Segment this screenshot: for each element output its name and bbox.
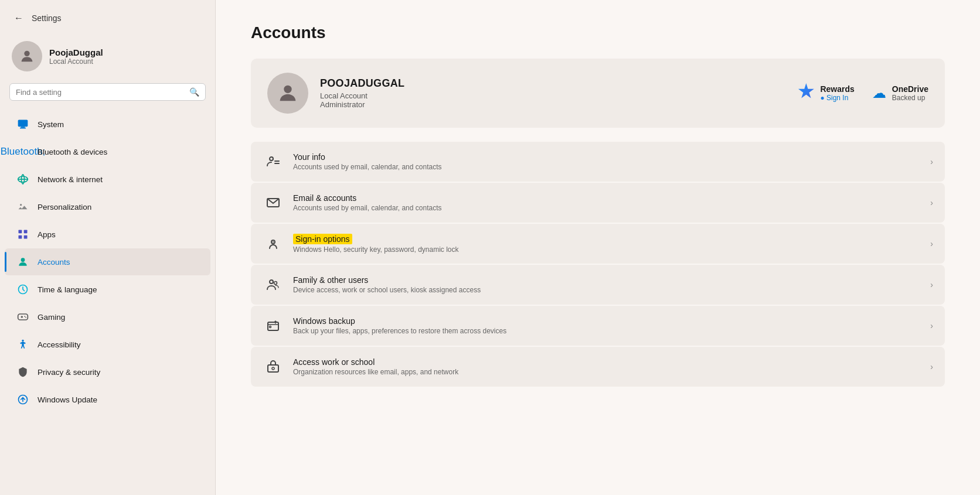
user-info: PoojaDuggal Local Account	[49, 47, 103, 66]
sidebar-item-accounts[interactable]: Accounts	[5, 248, 210, 275]
sidebar-item-label: Network & internet	[38, 175, 103, 184]
rewards-name: Rewards	[820, 84, 854, 94]
search-box[interactable]: 🔍	[9, 83, 206, 101]
family-content: Family & other users Device access, work…	[293, 275, 921, 294]
sidebar-item-label: Windows Update	[38, 395, 97, 404]
sidebar-item-label: Accounts	[38, 258, 70, 267]
sidebar-item-label: Accessibility	[38, 340, 81, 349]
account-name: POOJADUGGAL	[320, 77, 786, 90]
sidebar-item-gaming[interactable]: Gaming	[5, 303, 210, 330]
email-icon	[263, 192, 284, 213]
account-type-label: Local Account	[320, 91, 786, 100]
system-icon	[16, 118, 29, 131]
sidebar-item-accessibility[interactable]: Accessibility	[5, 331, 210, 358]
svg-rect-10	[24, 230, 28, 234]
email-title: Email & accounts	[293, 193, 921, 203]
svg-point-32	[270, 326, 271, 328]
sidebar-item-label: Bluetooth & devices	[38, 148, 107, 156]
back-button[interactable]: ←	[12, 11, 26, 26]
settings-item-your-info[interactable]: Your info Accounts used by email, calend…	[251, 142, 945, 182]
personalization-icon	[16, 200, 29, 213]
sidebar-item-bluetooth[interactable]: Bluetooth; B Bluetooth & devices	[5, 138, 210, 165]
signin-desc: Windows Hello, security key, password, d…	[293, 245, 921, 254]
family-arrow: ›	[930, 280, 933, 289]
apps-icon	[16, 228, 29, 241]
svg-point-28	[273, 241, 274, 243]
svg-rect-3	[20, 128, 26, 129]
page-title: Accounts	[251, 23, 945, 42]
backup-title: Windows backup	[293, 316, 921, 326]
sidebar-item-label: Time & language	[38, 285, 97, 294]
account-type: Local Account	[49, 57, 103, 66]
user-profile: PoojaDuggal Local Account	[0, 32, 215, 83]
app-title: Settings	[32, 13, 62, 23]
email-arrow: ›	[930, 198, 933, 207]
your-info-icon	[263, 151, 284, 172]
onedrive-sub: Backed up	[892, 94, 928, 102]
accessibility-icon	[16, 338, 29, 351]
rewards-info: Rewards ● Sign In	[820, 84, 854, 102]
sidebar-item-label: Gaming	[38, 313, 65, 322]
svg-point-20	[22, 340, 23, 342]
sidebar-item-label: Personalization	[38, 203, 91, 211]
svg-point-34	[272, 367, 274, 370]
svg-rect-2	[21, 127, 25, 128]
sidebar-item-personalization[interactable]: Personalization	[5, 193, 210, 220]
settings-list: Your info Accounts used by email, calend…	[251, 142, 945, 387]
main-content: Accounts POOJADUGGAL Local Account Admin…	[216, 0, 980, 495]
settings-item-work[interactable]: Access work or school Organization resou…	[251, 347, 945, 387]
signin-title: Sign-in options	[293, 234, 352, 244]
work-desc: Organization resources like email, apps,…	[293, 368, 921, 376]
time-icon	[16, 283, 29, 296]
svg-point-8	[20, 204, 22, 206]
work-title: Access work or school	[293, 357, 921, 367]
privacy-icon	[16, 366, 29, 378]
backup-desc: Back up your files, apps, preferences to…	[293, 327, 921, 335]
work-icon	[263, 356, 284, 377]
sidebar: ← Settings PoojaDuggal Local Account 🔍	[0, 0, 216, 495]
backup-icon	[263, 315, 284, 336]
onedrive-name: OneDrive	[892, 84, 928, 94]
signin-icon	[263, 233, 284, 254]
search-input[interactable]	[16, 88, 185, 97]
onedrive-icon: ☁	[872, 85, 886, 101]
account-details: POOJADUGGAL Local Account Administrator	[320, 77, 786, 109]
account-card: POOJADUGGAL Local Account Administrator …	[251, 59, 945, 128]
signin-content: Sign-in options Windows Hello, security …	[293, 234, 921, 254]
settings-item-family[interactable]: Family & other users Device access, work…	[251, 265, 945, 305]
account-avatar	[267, 73, 308, 114]
sidebar-item-apps[interactable]: Apps	[5, 221, 210, 248]
avatar	[12, 41, 42, 71]
svg-point-18	[25, 316, 26, 317]
sidebar-item-network[interactable]: Network & internet	[5, 166, 210, 193]
sidebar-item-label: Privacy & security	[38, 368, 100, 377]
sidebar-item-privacy[interactable]: Privacy & security	[5, 359, 210, 385]
backup-arrow: ›	[930, 321, 933, 330]
rewards-sub: ● Sign In	[820, 94, 854, 102]
your-info-desc: Accounts used by email, calendar, and co…	[293, 163, 921, 171]
your-info-title: Your info	[293, 152, 921, 162]
family-icon	[263, 274, 284, 295]
gaming-icon	[16, 310, 29, 323]
svg-point-29	[270, 280, 273, 284]
accounts-icon	[16, 255, 29, 268]
search-icon: 🔍	[189, 87, 199, 97]
settings-item-email[interactable]: Email & accounts Accounts used by email,…	[251, 183, 945, 223]
svg-rect-9	[19, 230, 22, 234]
your-info-content: Your info Accounts used by email, calend…	[293, 152, 921, 171]
sidebar-item-system[interactable]: System	[5, 111, 210, 138]
svg-point-22	[284, 86, 291, 93]
rewards-service[interactable]: Rewards ● Sign In	[798, 83, 854, 103]
email-desc: Accounts used by email, calendar, and co…	[293, 204, 921, 212]
svg-rect-12	[24, 235, 28, 239]
settings-item-backup[interactable]: Windows backup Back up your files, apps,…	[251, 306, 945, 346]
signin-arrow: ›	[930, 239, 933, 248]
bluetooth-icon: Bluetooth; B	[16, 145, 29, 158]
account-services: Rewards ● Sign In ☁ OneDrive Backed up	[798, 83, 928, 103]
settings-item-signin[interactable]: Sign-in options Windows Hello, security …	[251, 224, 945, 264]
sidebar-item-windows-update[interactable]: Windows Update	[5, 386, 210, 413]
onedrive-service[interactable]: ☁ OneDrive Backed up	[872, 84, 928, 102]
network-icon	[16, 173, 29, 186]
sidebar-item-time[interactable]: Time & language	[5, 276, 210, 303]
onedrive-info: OneDrive Backed up	[892, 84, 928, 102]
